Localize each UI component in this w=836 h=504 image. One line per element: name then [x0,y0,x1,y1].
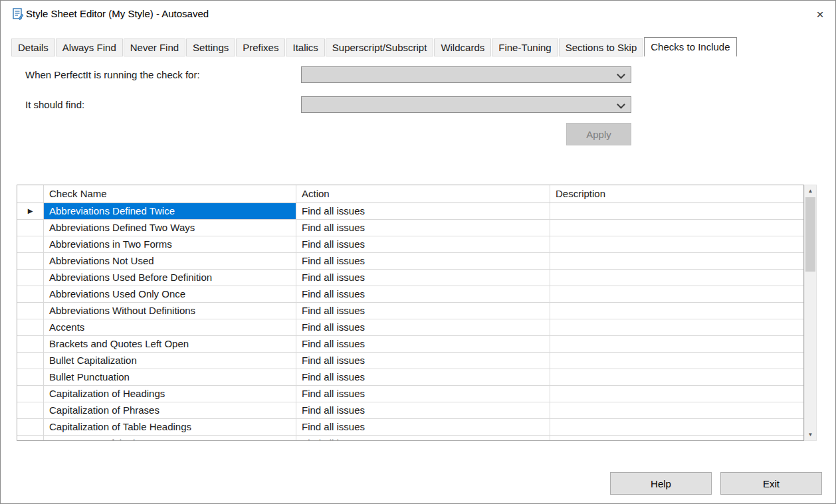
tab-settings[interactable]: Settings [186,39,235,56]
table-row[interactable]: Brackets and Quotes Left OpenFind all is… [17,336,803,353]
description-cell[interactable] [550,303,803,319]
action-cell[interactable]: Find all issues [296,402,550,418]
description-cell[interactable] [550,236,803,252]
row-selector[interactable] [17,286,44,302]
action-cell[interactable]: Find all issues [296,436,550,441]
table-row[interactable]: Bullet CapitalizationFind all issues [17,353,803,369]
table-row[interactable]: AccentsFind all issues [17,319,803,336]
check-name-cell[interactable]: Abbreviations Used Only Once [44,286,296,302]
table-row[interactable]: Abbreviations Defined Two WaysFind all i… [17,220,803,236]
row-selector[interactable] [17,386,44,402]
tab-superscript-subscript[interactable]: Superscript/Subscript [326,39,434,56]
row-selector[interactable] [17,270,44,286]
tab-checks-to-include[interactable]: Checks to Include [644,37,736,56]
row-selector[interactable] [17,369,44,385]
tab-details[interactable]: Details [11,39,55,56]
description-cell[interactable] [550,386,803,402]
table-row[interactable]: Comments Left in the TextFind all issues [17,436,803,441]
tab-never-find[interactable]: Never Find [124,39,185,56]
row-selector[interactable] [17,402,44,418]
table-row[interactable]: Abbreviations Without DefinitionsFind al… [17,303,803,319]
description-cell[interactable] [550,336,803,352]
check-name-cell[interactable]: Abbreviations Without Definitions [44,303,296,319]
tab-fine-tuning[interactable]: Fine-Tuning [492,39,558,56]
table-row[interactable]: Abbreviations Used Only OnceFind all iss… [17,286,803,303]
tab-italics[interactable]: Italics [286,39,324,56]
row-selector[interactable] [17,319,44,335]
action-cell[interactable]: Find all issues [296,220,550,236]
description-cell[interactable] [550,286,803,302]
description-cell[interactable] [550,353,803,369]
scroll-up-icon[interactable]: ▲ [805,185,816,197]
check-name-cell[interactable]: Capitalization of Table Headings [44,419,296,435]
check-name-cell[interactable]: Abbreviations Not Used [44,253,296,269]
row-selector[interactable]: ▶ [17,203,44,219]
check-name-cell[interactable]: Capitalization of Phrases [44,402,296,418]
check-name-cell[interactable]: Accents [44,319,296,335]
check-name-cell[interactable]: Abbreviations Used Before Definition [44,270,296,286]
action-cell[interactable]: Find all issues [296,336,550,352]
table-row[interactable]: Abbreviations Used Before DefinitionFind… [17,270,803,286]
table-row[interactable]: Abbreviations Not UsedFind all issues [17,253,803,270]
action-cell[interactable]: Find all issues [296,319,550,335]
table-scrollbar[interactable]: ▲ ▼ [804,185,817,441]
table-row[interactable]: Capitalization of PhrasesFind all issues [17,402,803,419]
action-cell[interactable]: Find all issues [296,386,550,402]
row-selector[interactable] [17,236,44,252]
row-selector[interactable] [17,253,44,269]
table-row[interactable]: Capitalization of HeadingsFind all issue… [17,386,803,402]
help-button[interactable]: Help [610,472,712,495]
description-cell[interactable] [550,402,803,418]
row-selector[interactable] [17,220,44,236]
close-button[interactable]: × [811,6,829,23]
scrollbar-thumb[interactable] [805,197,815,272]
check-for-dropdown[interactable] [301,66,631,83]
check-name-cell[interactable]: Abbreviations Defined Twice [44,203,296,219]
table-row[interactable]: Capitalization of Table HeadingsFind all… [17,419,803,436]
column-header-description[interactable]: Description [550,185,803,203]
action-cell[interactable]: Find all issues [296,353,550,369]
description-cell[interactable] [550,319,803,335]
row-selector[interactable] [17,336,44,352]
check-name-cell[interactable]: Capitalization of Headings [44,386,296,402]
check-name-cell[interactable]: Comments Left in the Text [44,436,296,441]
row-selector[interactable] [17,303,44,319]
exit-button[interactable]: Exit [720,472,822,495]
row-selector[interactable] [17,353,44,369]
table-row[interactable]: ▶Abbreviations Defined TwiceFind all iss… [17,203,803,220]
should-find-dropdown[interactable] [301,96,631,113]
description-cell[interactable] [550,253,803,269]
column-header-check-name[interactable]: Check Name [44,185,296,203]
check-name-cell[interactable]: Bullet Punctuation [44,369,296,385]
apply-button[interactable]: Apply [566,123,631,145]
row-selector[interactable] [17,419,44,435]
description-cell[interactable] [550,369,803,385]
check-name-cell[interactable]: Bullet Capitalization [44,353,296,369]
tab-always-find[interactable]: Always Find [56,39,123,56]
description-cell[interactable] [550,270,803,286]
action-cell[interactable]: Find all issues [296,253,550,269]
action-cell[interactable]: Find all issues [296,270,550,286]
action-cell[interactable]: Find all issues [296,419,550,435]
tab-wildcards[interactable]: Wildcards [434,39,491,56]
scroll-down-icon[interactable]: ▼ [805,429,816,440]
column-header-action[interactable]: Action [296,185,550,203]
description-cell[interactable] [550,203,803,219]
should-find-label: It should find: [25,96,84,113]
check-name-cell[interactable]: Brackets and Quotes Left Open [44,336,296,352]
description-cell[interactable] [550,419,803,435]
description-cell[interactable] [550,436,803,441]
table-row[interactable]: Bullet PunctuationFind all issues [17,369,803,386]
table-row[interactable]: Abbreviations in Two FormsFind all issue… [17,236,803,253]
description-cell[interactable] [550,220,803,236]
check-name-cell[interactable]: Abbreviations in Two Forms [44,236,296,252]
tab-sections-to-skip[interactable]: Sections to Skip [559,39,644,56]
action-cell[interactable]: Find all issues [296,286,550,302]
tab-prefixes[interactable]: Prefixes [236,39,285,56]
action-cell[interactable]: Find all issues [296,369,550,385]
action-cell[interactable]: Find all issues [296,203,550,219]
check-name-cell[interactable]: Abbreviations Defined Two Ways [44,220,296,236]
action-cell[interactable]: Find all issues [296,236,550,252]
action-cell[interactable]: Find all issues [296,303,550,319]
row-selector[interactable] [17,436,44,441]
